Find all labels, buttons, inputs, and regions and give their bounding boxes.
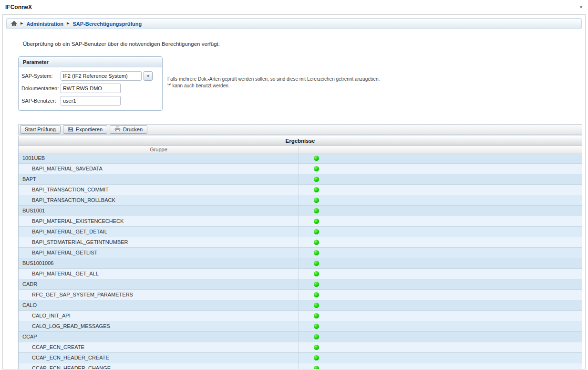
status-green-icon bbox=[314, 271, 319, 276]
results-column-headers: Gruppe bbox=[19, 146, 582, 153]
table-row[interactable]: BAPI_MATERIAL_GETLIST bbox=[19, 248, 582, 258]
status-green-icon bbox=[314, 261, 319, 266]
table-row[interactable]: BAPI_TRANSACTION_ROLLBACK bbox=[19, 195, 582, 206]
table-row[interactable]: BUS1001006 bbox=[19, 258, 582, 269]
row-status-cell bbox=[299, 290, 582, 300]
status-green-icon bbox=[314, 166, 319, 171]
sap-benutzer-field: SAP-Benutzer: bbox=[21, 96, 159, 106]
parameter-area: Parameter SAP-System: IF2 (IF2 Reference… bbox=[18, 56, 585, 111]
row-status-cell bbox=[299, 195, 582, 205]
parameter-panel-title: Parameter bbox=[19, 57, 162, 67]
row-label: BAPI_MATERIAL_SAVEDATA bbox=[19, 164, 299, 174]
table-row[interactable]: CALO_INIT_API bbox=[19, 311, 582, 321]
chevron-down-icon[interactable]: ▼ bbox=[144, 71, 153, 81]
row-status-cell bbox=[299, 185, 582, 195]
results-title: Ergebnisse bbox=[19, 136, 582, 146]
column-header-gruppe[interactable]: Gruppe bbox=[19, 146, 299, 153]
table-row[interactable]: BUS1001 bbox=[19, 206, 582, 216]
breadcrumb-separator-icon: ▶ bbox=[21, 21, 23, 25]
parameter-panel: Parameter SAP-System: IF2 (IF2 Reference… bbox=[18, 56, 163, 111]
home-icon[interactable] bbox=[11, 21, 17, 27]
breadcrumb-item-administration[interactable]: Administration bbox=[26, 21, 63, 27]
close-icon[interactable]: × bbox=[579, 4, 583, 10]
row-label: BAPI_MATERIAL_GETLIST bbox=[19, 248, 299, 258]
row-status-cell bbox=[299, 321, 582, 331]
status-green-icon bbox=[314, 156, 319, 161]
row-label: BUS1001 bbox=[19, 206, 299, 216]
row-status-cell bbox=[299, 279, 582, 289]
row-status-cell bbox=[299, 248, 582, 258]
sap-system-select[interactable]: IF2 (IF2 Reference System) ▼ bbox=[61, 71, 153, 81]
status-green-icon bbox=[314, 282, 319, 287]
sap-benutzer-label: SAP-Benutzer: bbox=[21, 98, 61, 104]
status-green-icon bbox=[314, 345, 319, 350]
exportieren-button[interactable]: Exportieren bbox=[63, 125, 107, 134]
dokumentarten-label: Dokumentarten: bbox=[21, 85, 61, 91]
table-row[interactable]: BAPT bbox=[19, 174, 582, 185]
status-green-icon bbox=[314, 355, 319, 360]
row-label: CCAP bbox=[19, 332, 299, 342]
page-description: Überprüfung ob ein SAP-Benutzer über die… bbox=[23, 41, 585, 47]
status-green-icon bbox=[314, 303, 319, 308]
row-label: CCAP_ECN_HEADER_CREATE bbox=[19, 353, 299, 363]
sap-benutzer-input[interactable] bbox=[61, 96, 121, 106]
table-row[interactable]: CCAP_ECN_HEADER_CHANGE bbox=[19, 363, 582, 370]
row-status-cell bbox=[299, 332, 582, 342]
main-panel: ▶ Administration ▶ SAP-Berechtigungsprüf… bbox=[2, 14, 586, 370]
status-green-icon bbox=[314, 324, 319, 329]
row-label: BAPI_MATERIAL_GET_DETAIL bbox=[19, 227, 299, 237]
row-status-cell bbox=[299, 206, 582, 216]
table-row[interactable]: BAPI_TRANSACTION_COMMIT bbox=[19, 185, 582, 195]
table-row[interactable]: CADR bbox=[19, 279, 582, 290]
print-icon bbox=[114, 127, 121, 132]
row-status-cell bbox=[299, 363, 582, 370]
dokumentarten-field: Dokumentarten: bbox=[21, 84, 159, 93]
hint-line-1: Falls mehrere Dok.-Arten geprüft werden … bbox=[167, 76, 380, 83]
row-status-cell bbox=[299, 237, 582, 247]
table-row[interactable]: BAPI_MATERIAL_SAVEDATA bbox=[19, 164, 582, 174]
row-label: BAPI_TRANSACTION_ROLLBACK bbox=[19, 195, 299, 205]
row-label: CALO_INIT_API bbox=[19, 311, 299, 321]
row-status-cell bbox=[299, 311, 582, 321]
row-status-cell bbox=[299, 164, 582, 174]
table-row[interactable]: CCAP_ECN_CREATE bbox=[19, 342, 582, 353]
table-row[interactable]: BAPI_STDMATERIAL_GETINTNUMBER bbox=[19, 237, 582, 248]
table-row[interactable]: BAPI_MATERIAL_GET_ALL bbox=[19, 269, 582, 279]
export-icon bbox=[68, 127, 73, 132]
table-row[interactable]: CALO bbox=[19, 300, 582, 311]
breadcrumb-item-sap-berechtigungspruefung[interactable]: SAP-Berechtigungsprüfung bbox=[72, 21, 142, 27]
breadcrumb: ▶ Administration ▶ SAP-Berechtigungsprüf… bbox=[6, 18, 582, 29]
exportieren-label: Exportieren bbox=[76, 127, 103, 132]
drucken-label: Drucken bbox=[123, 127, 143, 132]
sap-system-value[interactable]: IF2 (IF2 Reference System) bbox=[61, 71, 142, 81]
drucken-button[interactable]: Drucken bbox=[110, 125, 147, 134]
status-green-icon bbox=[314, 366, 319, 370]
row-status-cell bbox=[299, 269, 582, 279]
toolbar: Start Prüfung Exportieren Drucken bbox=[18, 124, 582, 135]
row-label: CADR bbox=[19, 279, 299, 289]
app-title: IFConneX bbox=[5, 4, 32, 11]
row-status-cell bbox=[299, 342, 582, 352]
start-pruefung-label: Start Prüfung bbox=[25, 127, 56, 132]
table-row[interactable]: CCAP bbox=[19, 332, 582, 342]
table-row[interactable]: CALO_LOG_READ_MESSAGES bbox=[19, 321, 582, 332]
sap-system-label: SAP-System: bbox=[21, 73, 61, 79]
dokumentarten-input[interactable] bbox=[61, 84, 121, 93]
status-green-icon bbox=[314, 334, 319, 339]
row-status-cell bbox=[299, 258, 582, 268]
row-label: CALO_LOG_READ_MESSAGES bbox=[19, 321, 299, 331]
sap-system-field: SAP-System: IF2 (IF2 Reference System) ▼ bbox=[21, 71, 159, 81]
start-pruefung-button[interactable]: Start Prüfung bbox=[20, 125, 61, 134]
table-row[interactable]: 1001UEB bbox=[19, 153, 582, 164]
row-status-cell bbox=[299, 174, 582, 184]
status-green-icon bbox=[314, 250, 319, 255]
hint-line-2: '*' kann auch benutzt werden. bbox=[167, 83, 380, 89]
status-green-icon bbox=[314, 187, 319, 192]
row-label: BAPI_STDMATERIAL_GETINTNUMBER bbox=[19, 237, 299, 247]
row-label: 1001UEB bbox=[19, 153, 299, 163]
table-row[interactable]: BAPI_MATERIAL_GET_DETAIL bbox=[19, 227, 582, 237]
table-row[interactable]: CCAP_ECN_HEADER_CREATE bbox=[19, 353, 582, 363]
table-row[interactable]: BAPI_MATERIAL_EXISTENCECHECK bbox=[19, 216, 582, 227]
row-label: CALO bbox=[19, 300, 299, 310]
table-row[interactable]: RFC_GET_SAP_SYSTEM_PARAMETERS bbox=[19, 290, 582, 300]
